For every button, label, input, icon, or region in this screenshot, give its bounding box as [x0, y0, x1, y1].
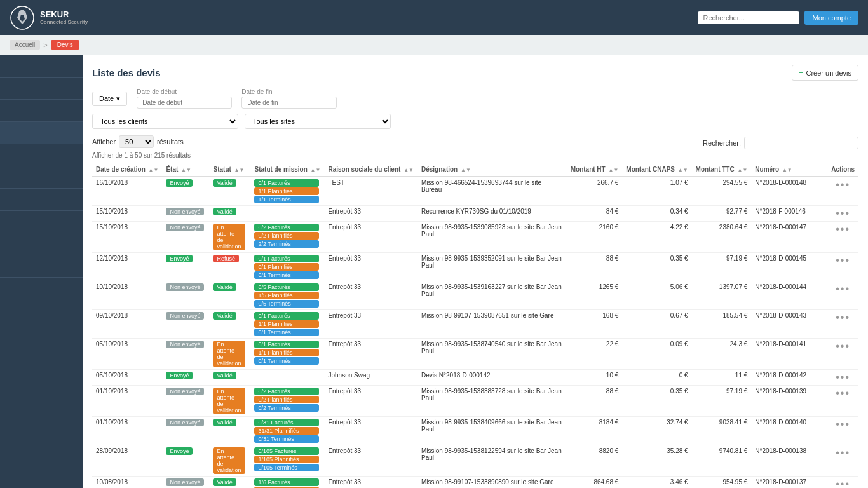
page-title-row: Liste des devis + Créer un devis — [92, 65, 858, 81]
cell-ttc: 97.19 € — [692, 386, 752, 417]
cell-date: 10/10/2018 — [92, 281, 162, 310]
col-header-mission[interactable]: Statut de mission ▲▼ — [250, 163, 324, 177]
col-header-statut[interactable]: Statut ▲▼ — [209, 163, 250, 177]
actions-menu-button[interactable]: ••• — [836, 419, 850, 430]
date-debut-input[interactable] — [137, 97, 232, 109]
col-header-client[interactable]: Raison sociale du client ▲▼ — [324, 163, 417, 177]
col-header-numero[interactable]: Numéro ▲▼ — [751, 163, 827, 177]
cell-date: 28/09/2018 — [92, 445, 162, 477]
client-select[interactable]: Tous les clients — [92, 114, 238, 129]
date-fin-input[interactable] — [241, 97, 337, 109]
statut-badge: Validé — [213, 283, 236, 291]
create-devis-button[interactable]: + Créer un devis — [792, 65, 858, 81]
etat-badge: Envoyé — [166, 447, 193, 455]
cell-actions[interactable]: ••• — [827, 477, 858, 489]
actions-menu-button[interactable]: ••• — [836, 312, 850, 323]
cell-etat: Envoyé — [162, 177, 209, 206]
actions-menu-button[interactable]: ••• — [836, 283, 850, 294]
actions-menu-button[interactable]: ••• — [836, 179, 850, 190]
cell-actions[interactable]: ••• — [827, 386, 858, 417]
search-input[interactable] — [744, 137, 858, 149]
site-select[interactable]: Tous les sites — [245, 114, 391, 129]
cell-actions[interactable]: ••• — [827, 281, 858, 310]
cell-actions[interactable]: ••• — [827, 310, 858, 339]
col-header-cnaps[interactable]: Montant CNAPS ▲▼ — [622, 163, 691, 177]
sort-icon-designation: ▲▼ — [461, 168, 471, 173]
cell-numero: N°2018-F-000146 — [751, 206, 827, 222]
date-debut-label: Date de début — [137, 88, 232, 95]
sidebar-item-10[interactable] — [0, 255, 83, 278]
sidebar-item-8[interactable] — [0, 211, 83, 233]
cell-etat: Non envoyé — [162, 477, 209, 489]
mission-badges: 1/6 Facturés0/6 Plannifiés — [254, 478, 320, 488]
col-header-ht[interactable]: Montant HT ▲▼ — [567, 163, 623, 177]
cell-actions[interactable]: ••• — [827, 417, 858, 445]
actions-menu-button[interactable]: ••• — [836, 447, 850, 458]
cell-mission: 0/31 Facturés31/31 Plannifiés0/31 Termin… — [250, 417, 324, 445]
main-content: Liste des devis + Créer un devis Date ▾ … — [83, 55, 868, 488]
cell-designation: Mission 98-9935-1538383728 sur le site B… — [417, 386, 567, 417]
sidebar-item-6[interactable] — [0, 166, 83, 189]
header-account-button[interactable]: Mon compte — [804, 11, 858, 25]
sidebar-item-7[interactable] — [0, 189, 83, 211]
actions-menu-button[interactable]: ••• — [836, 388, 850, 398]
cell-mission: 0/1 Facturés1/1 Plannifiés0/1 Terminés — [250, 339, 324, 370]
col-header-date[interactable]: Date de création ▲▼ — [92, 163, 162, 177]
mission-badge: 2/2 Terminés — [254, 240, 319, 248]
sidebar-item-5[interactable] — [0, 144, 83, 166]
date-filter-button[interactable]: Date ▾ — [92, 92, 127, 106]
sidebar-item-9[interactable] — [0, 233, 83, 255]
cell-ht: 22 € — [567, 339, 623, 370]
cell-actions[interactable]: ••• — [827, 445, 858, 477]
cell-client: Entrepôt 33 — [324, 417, 417, 445]
statut-badge: En attente de validation — [213, 447, 245, 474]
table-row: 15/10/2018Non envoyéEn attente de valida… — [92, 222, 858, 253]
sidebar-item-3[interactable] — [0, 100, 83, 122]
cell-mission — [250, 370, 324, 386]
cell-mission: 0/5 Facturés1/5 Plannifiés0/5 Terminés — [250, 281, 324, 310]
actions-menu-button[interactable]: ••• — [836, 478, 850, 488]
logo: SEKUR Connected Security — [10, 5, 88, 30]
page-title: Liste des devis — [92, 67, 161, 78]
cell-actions[interactable]: ••• — [827, 177, 858, 206]
cell-client: Entrepôt 33 — [324, 222, 417, 253]
sort-icon-mission: ▲▼ — [311, 168, 321, 173]
actions-menu-button[interactable]: ••• — [836, 341, 850, 351]
breadcrumb-home[interactable]: Accueil — [10, 40, 40, 50]
etat-badge: Non envoyé — [166, 478, 204, 486]
table-row: 16/10/2018EnvoyéValidé0/1 Facturés1/1 Pl… — [92, 177, 858, 206]
actions-menu-button[interactable]: ••• — [836, 208, 850, 219]
cell-ht: 864.68 € — [567, 477, 623, 489]
cell-actions[interactable]: ••• — [827, 206, 858, 222]
sidebar-item-1[interactable] — [0, 55, 83, 78]
cell-designation: Devis N°2018-D-000142 — [417, 370, 567, 386]
count-select[interactable]: 50 — [119, 135, 154, 148]
actions-menu-button[interactable]: ••• — [836, 255, 850, 266]
actions-menu-button[interactable]: ••• — [836, 224, 850, 234]
cell-date: 05/10/2018 — [92, 370, 162, 386]
mission-badge: 0/1 Facturés — [254, 312, 319, 320]
cell-ht: 8184 € — [567, 417, 623, 445]
mission-badge: 0/2 Plannifiés — [254, 232, 319, 240]
col-header-ttc[interactable]: Montant TTC ▲▼ — [692, 163, 752, 177]
cell-numero: N°2018-D-000137 — [751, 477, 827, 489]
col-header-etat[interactable]: État ▲▼ — [162, 163, 209, 177]
cell-statut: Validé — [209, 370, 250, 386]
col-header-designation[interactable]: Désignation ▲▼ — [417, 163, 567, 177]
mission-badge: 0/1 Terminés — [254, 329, 319, 336]
cell-date: 15/10/2018 — [92, 206, 162, 222]
etat-badge: Non envoyé — [166, 283, 204, 291]
sidebar-item-2[interactable] — [0, 78, 83, 100]
cell-actions[interactable]: ••• — [827, 370, 858, 386]
cell-actions[interactable]: ••• — [827, 339, 858, 370]
sidebar-item-4[interactable] — [0, 122, 83, 144]
cell-statut: Validé — [209, 281, 250, 310]
breadcrumb: Accueil > Devis — [0, 35, 868, 55]
cell-ht: 88 € — [567, 253, 623, 281]
cell-actions[interactable]: ••• — [827, 253, 858, 281]
header-search-input[interactable] — [698, 11, 799, 24]
cell-ht: 84 € — [567, 206, 623, 222]
cell-actions[interactable]: ••• — [827, 222, 858, 253]
actions-menu-button[interactable]: ••• — [836, 372, 850, 383]
cell-cnaps: 4.22 € — [622, 222, 691, 253]
